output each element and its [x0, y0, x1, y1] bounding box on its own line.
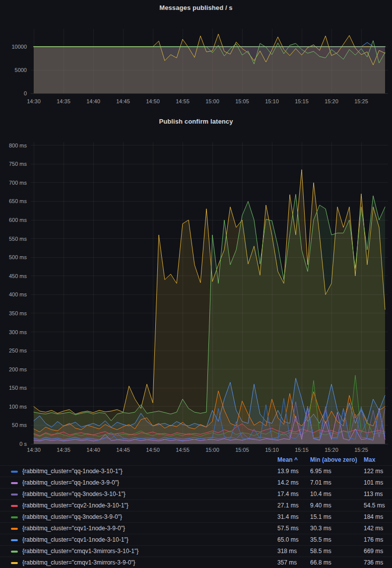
svg-text:14:30: 14:30 — [27, 447, 41, 453]
legend-max-value: 122 ms — [364, 468, 383, 475]
legend-mean-value: 65.0 ms — [277, 536, 299, 543]
svg-text:0: 0 — [24, 90, 27, 96]
svg-text:750 ms: 750 ms — [9, 161, 27, 167]
svg-text:15:20: 15:20 — [325, 447, 338, 453]
legend-row: {rabbitmq_cluster="cqv2-1node-3-10-1"}27… — [0, 499, 392, 511]
svg-text:150 ms: 150 ms — [9, 385, 27, 391]
legend-row: {rabbitmq_cluster="cqv1-1node-3-9-0"}57.… — [0, 522, 392, 534]
legend-row: {rabbitmq_cluster="cqv1-1node-3-10-1"}65… — [0, 534, 392, 545]
svg-text:14:30: 14:30 — [27, 98, 41, 104]
svg-text:50 ms: 50 ms — [12, 422, 27, 428]
legend-min-value: 15.1 ms — [310, 513, 331, 520]
legend-max-value: 142 ms — [364, 525, 383, 532]
svg-text:10000: 10000 — [11, 44, 27, 50]
svg-text:5000: 5000 — [15, 67, 27, 73]
legend-row: {rabbitmq_cluster="cmqv1-3mirrors-3-10-1… — [0, 545, 392, 557]
legend-min-value: 35.5 ms — [310, 536, 331, 543]
legend-mean-value: 31.4 ms — [277, 513, 299, 520]
series-color-swatch[interactable] — [11, 539, 18, 541]
legend-series-label[interactable]: {rabbitmq_cluster="cqv2-1node-3-10-1"} — [22, 502, 129, 509]
legend-col-min[interactable]: Min (above zero) — [310, 456, 357, 463]
svg-text:14:55: 14:55 — [176, 447, 190, 453]
svg-text:15:00: 15:00 — [205, 447, 219, 453]
svg-text:0 s: 0 s — [19, 441, 27, 447]
panel-title-publish-confirm-latency[interactable]: Publish confirm latency — [0, 118, 392, 125]
svg-text:14:40: 14:40 — [86, 98, 100, 104]
series-color-swatch[interactable] — [11, 528, 18, 530]
svg-text:500 ms: 500 ms — [9, 254, 27, 260]
legend-series-label[interactable]: {rabbitmq_cluster="cqv1-1node-3-10-1"} — [22, 536, 129, 543]
legend-row: {rabbitmq_cluster="qq-3nodes-3-10-1"}17.… — [0, 488, 392, 499]
legend-min-value: 10.4 ms — [310, 491, 331, 497]
series-area-qq-3nodes-3-9-0 — [34, 47, 385, 93]
svg-text:15:25: 15:25 — [354, 447, 368, 453]
svg-text:300 ms: 300 ms — [9, 329, 27, 335]
svg-text:14:45: 14:45 — [116, 98, 130, 104]
legend-max-value: 736 ms — [364, 559, 383, 566]
svg-text:15:05: 15:05 — [235, 447, 249, 453]
legend-series-label[interactable]: {rabbitmq_cluster="qq-3nodes-3-9-0"} — [22, 513, 122, 520]
legend-mean-value: 13.9 ms — [277, 468, 299, 475]
svg-text:15:15: 15:15 — [295, 447, 309, 453]
legend-min-value: 6.95 ms — [310, 468, 331, 475]
svg-text:14:35: 14:35 — [57, 447, 70, 453]
series-color-swatch[interactable] — [11, 505, 18, 507]
legend-min-value: 9.40 ms — [310, 502, 331, 509]
svg-text:14:40: 14:40 — [86, 447, 100, 453]
legend-series-label[interactable]: {rabbitmq_cluster="cmqv1-3mirrors-3-10-1… — [22, 548, 138, 555]
legend-mean-value: 318 ms — [277, 548, 297, 555]
publish-confirm-latency-chart[interactable]: 14:3014:3514:4014:4514:5014:5515:0015:05… — [0, 129, 392, 455]
series-color-swatch[interactable] — [11, 471, 18, 473]
legend-mean-value: 357 ms — [277, 559, 297, 566]
svg-text:15:15: 15:15 — [295, 98, 309, 104]
svg-text:14:55: 14:55 — [176, 98, 190, 104]
legend-series-label[interactable]: {rabbitmq_cluster="cqv1-1node-3-9-0"} — [22, 525, 125, 532]
svg-text:14:35: 14:35 — [57, 98, 70, 104]
legend-series-label[interactable]: {rabbitmq_cluster="cmqv1-3mirrors-3-9-0"… — [22, 559, 135, 566]
series-line-cqv1-1node-3-10-1 — [34, 43, 385, 47]
legend-max-value: 113 ms — [364, 491, 383, 497]
series-color-swatch[interactable] — [11, 494, 18, 496]
legend-mean-value: 17.4 ms — [277, 491, 299, 497]
legend-series-label[interactable]: {rabbitmq_cluster="qq-1node-3-10-1"} — [22, 468, 123, 475]
legend-series-label[interactable]: {rabbitmq_cluster="qq-3nodes-3-10-1"} — [22, 491, 126, 497]
series-color-swatch[interactable] — [11, 551, 18, 553]
legend-max-value: 669 ms — [364, 548, 383, 555]
legend-min-value: 7.01 ms — [310, 479, 331, 486]
svg-text:15:05: 15:05 — [235, 98, 249, 104]
legend-row: {rabbitmq_cluster="qq-1node-3-9-0"}14.2 … — [0, 477, 392, 488]
svg-text:650 ms: 650 ms — [9, 198, 27, 204]
svg-text:14:50: 14:50 — [146, 98, 160, 104]
svg-text:550 ms: 550 ms — [9, 236, 27, 242]
series-color-swatch[interactable] — [11, 562, 18, 564]
svg-text:100 ms: 100 ms — [9, 404, 27, 410]
legend-max-value: 184 ms — [364, 513, 383, 520]
series-color-swatch[interactable] — [11, 482, 18, 484]
svg-text:15:00: 15:00 — [205, 98, 219, 104]
svg-text:15:10: 15:10 — [265, 98, 279, 104]
legend-max-value: 176 ms — [364, 536, 383, 543]
grafana-dashboard: Messages published / s 14:3014:3514:4014… — [0, 0, 392, 568]
legend-row: {rabbitmq_cluster="qq-3nodes-3-9-0"}31.4… — [0, 511, 392, 522]
legend-mean-value: 57.5 ms — [277, 525, 299, 532]
svg-text:14:45: 14:45 — [116, 447, 130, 453]
legend-max-value: 101 ms — [364, 479, 383, 486]
svg-text:700 ms: 700 ms — [9, 180, 27, 186]
messages-published-chart[interactable]: 14:3014:3514:4014:4514:5014:5515:0015:05… — [0, 0, 392, 110]
legend-min-value: 66.8 ms — [310, 559, 331, 566]
svg-text:450 ms: 450 ms — [9, 273, 27, 279]
legend-col-max[interactable]: Max — [364, 456, 375, 463]
legend-col-mean[interactable]: Mean ^ — [277, 456, 298, 463]
legend-header: Mean ^ Min (above zero) Max — [0, 455, 392, 465]
svg-text:600 ms: 600 ms — [9, 217, 27, 223]
svg-text:250 ms: 250 ms — [9, 348, 27, 354]
svg-text:200 ms: 200 ms — [9, 366, 27, 372]
svg-text:400 ms: 400 ms — [9, 291, 27, 297]
legend-series-label[interactable]: {rabbitmq_cluster="qq-1node-3-9-0"} — [22, 479, 119, 486]
legend-max-value: 54.5 ms — [364, 502, 385, 509]
legend-row: {rabbitmq_cluster="cmqv1-3mirrors-3-9-0"… — [0, 557, 392, 568]
legend-mean-value: 27.1 ms — [277, 502, 299, 509]
legend-min-value: 58.5 ms — [310, 548, 331, 555]
svg-text:800 ms: 800 ms — [9, 142, 27, 148]
series-color-swatch[interactable] — [11, 516, 18, 518]
